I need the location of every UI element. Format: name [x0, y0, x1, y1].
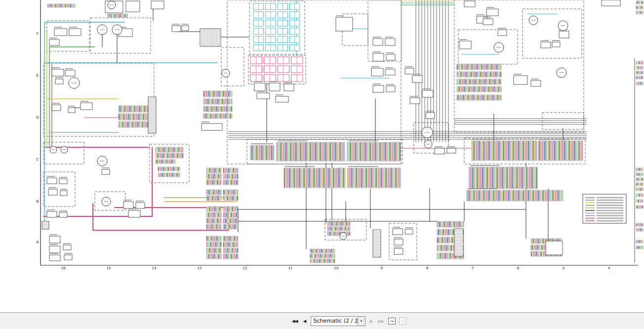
svg-text:A: A	[37, 240, 39, 244]
schematic-svg: FEDCBA16151413121110987654	[0, 0, 644, 312]
chevron-down-icon: ▾	[361, 319, 362, 323]
svg-text:E: E	[37, 74, 39, 78]
double-right-arrow-icon: ▶▶	[378, 319, 384, 324]
previous-sheet-button[interactable]: ◀	[302, 318, 307, 325]
page-view-button[interactable]: ↪	[388, 318, 396, 325]
svg-text:F: F	[37, 32, 39, 36]
sheet-navigation-group: ◀◀ ◀ Schematic (2 / 2) ▾ ▶ ▶▶ ↪ ↪	[291, 316, 407, 326]
svg-text:4: 4	[608, 266, 610, 270]
svg-text:7: 7	[472, 266, 474, 270]
sheet-selector-value: Schematic (2 / 2)	[311, 318, 358, 324]
svg-text:11: 11	[288, 266, 293, 270]
svg-text:5: 5	[563, 266, 564, 270]
last-sheet-button[interactable]: ▶▶	[377, 318, 385, 325]
schematic-viewer-window: FEDCBA16151413121110987654 ◀◀ ◀ Schemati…	[0, 0, 644, 329]
svg-text:13: 13	[198, 266, 202, 270]
wire-color-legend	[583, 194, 626, 223]
svg-text:D: D	[36, 116, 39, 120]
svg-text:8: 8	[426, 266, 428, 270]
schematic-page[interactable]: FEDCBA16151413121110987654	[0, 0, 644, 312]
double-left-arrow-icon: ◀◀	[292, 319, 298, 324]
relay-grids-layer	[250, 3, 303, 82]
module-outlines-layer	[43, 0, 585, 260]
svg-text:6: 6	[517, 266, 520, 270]
page-view-secondary-button[interactable]: ↪	[399, 318, 406, 325]
svg-text:15: 15	[107, 266, 111, 270]
svg-text:10: 10	[334, 266, 339, 270]
bottom-toolbar: ◀◀ ◀ Schematic (2 / 2) ▾ ▶ ▶▶ ↪ ↪	[0, 313, 644, 329]
first-sheet-button[interactable]: ◀◀	[291, 318, 299, 325]
page-arrow-muted-icon: ↪	[399, 318, 406, 325]
right-arrow-icon: ▶	[370, 319, 373, 324]
svg-text:B: B	[37, 200, 39, 204]
sheet-selector-dropdown-button[interactable]: ▾	[358, 317, 365, 326]
svg-text:16: 16	[61, 266, 66, 270]
components-layer	[47, 0, 620, 261]
sheet-selector[interactable]: Schematic (2 / 2) ▾	[311, 316, 365, 326]
next-sheet-button[interactable]: ▶	[369, 318, 374, 325]
left-arrow-icon: ◀	[303, 319, 306, 324]
page-arrow-icon: ↪	[388, 318, 396, 325]
svg-text:9: 9	[381, 266, 383, 270]
svg-text:12: 12	[243, 266, 247, 270]
svg-text:14: 14	[152, 266, 157, 270]
svg-text:C: C	[37, 158, 39, 162]
